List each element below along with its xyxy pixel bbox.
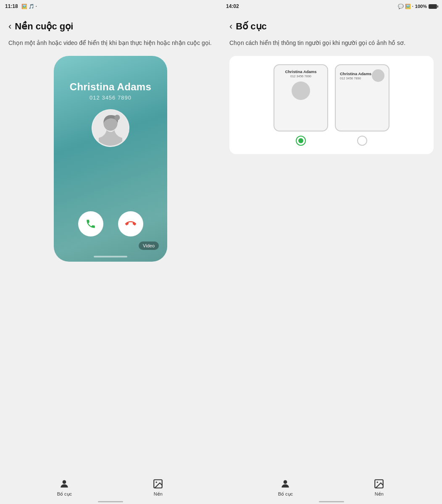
- svg-point-3: [63, 480, 66, 484]
- layout2-avatar: [372, 69, 384, 82]
- layout2-name: Christina Adams: [340, 71, 372, 76]
- right-time: 14:02: [226, 3, 239, 9]
- layout-options: Christina Adams 012 3456 7890 Christina …: [236, 64, 427, 146]
- left-bottom-nav: Bố cục Nền: [0, 470, 221, 504]
- right-nav-background[interactable]: Nền: [373, 478, 385, 497]
- right-status-icons: 💬 🖼️ · 100%: [398, 4, 437, 9]
- left-nav-underline: [98, 501, 123, 502]
- right-page-title: Bố cục: [236, 21, 266, 32]
- right-nav-layout[interactable]: Bố cục: [278, 478, 293, 497]
- home-bar: [94, 256, 127, 257]
- layout-icon: [58, 478, 70, 490]
- right-layout-icon: [279, 478, 291, 490]
- layout-option-2[interactable]: Christina Adams 012 3456 7890: [335, 64, 389, 146]
- right-status-bar: 14:02 💬 🖼️ · 100%: [221, 0, 442, 13]
- right-description: Chọn cách hiển thị thông tin người gọi k…: [229, 39, 434, 47]
- video-badge: Video: [139, 242, 159, 250]
- layout1-number: 012 3456 7890: [279, 74, 323, 78]
- layout2-radio[interactable]: [357, 136, 367, 146]
- right-nav-background-label: Nền: [375, 491, 384, 497]
- left-panel: ‹ Nền cuộc gọi Chọn một ảnh hoặc video đ…: [0, 13, 221, 470]
- right-nav-underline: [319, 501, 344, 502]
- layout1-preview: Christina Adams 012 3456 7890: [274, 64, 328, 131]
- right-nav-layout-label: Bố cục: [278, 491, 293, 497]
- right-panel: ‹ Bố cục Chọn cách hiển thị thông tin ng…: [221, 13, 442, 470]
- right-back-button[interactable]: ‹: [229, 21, 232, 32]
- decline-call-button[interactable]: [118, 211, 143, 236]
- call-buttons: [54, 211, 167, 236]
- layout1-name: Christina Adams: [279, 69, 323, 74]
- preview-caller-avatar: [92, 109, 129, 147]
- left-description: Chọn một ảnh hoặc video để hiển thị khi …: [8, 39, 213, 47]
- right-battery-icon: [429, 4, 437, 9]
- svg-point-2: [114, 115, 120, 120]
- svg-point-6: [284, 480, 287, 484]
- svg-point-5: [156, 481, 157, 483]
- left-nav-layout-label: Bố cục: [57, 491, 72, 497]
- layout-card: Christina Adams 012 3456 7890 Christina …: [229, 56, 434, 154]
- phone-frame: Christina Adams 012 3456 7890: [54, 56, 167, 262]
- layout-option-1[interactable]: Christina Adams 012 3456 7890: [274, 64, 328, 146]
- layout1-avatar: [292, 81, 310, 100]
- right-battery-text: 100%: [415, 4, 427, 9]
- left-time: 11:18: [5, 3, 18, 9]
- svg-point-8: [377, 481, 378, 483]
- preview-caller-number: 012 3456 7890: [89, 94, 132, 101]
- layout1-radio[interactable]: [296, 136, 306, 146]
- left-back-button[interactable]: ‹: [8, 21, 11, 32]
- layout2-number: 012 3456 7890: [340, 76, 372, 80]
- layout2-info-row: Christina Adams 012 3456 7890: [340, 69, 384, 82]
- left-nav-background[interactable]: Nền: [152, 478, 164, 497]
- preview-caller-name: Christina Adams: [70, 81, 151, 93]
- background-icon: [152, 478, 164, 490]
- bottom-nav: Bố cục Nền Bố cục: [0, 470, 442, 504]
- left-status-bar: 11:18 🖼️ 🎵 ·: [0, 0, 221, 13]
- left-nav-layout[interactable]: Bố cục: [57, 478, 72, 497]
- right-nav-header: ‹ Bố cục: [229, 21, 434, 32]
- phone-preview: Christina Adams 012 3456 7890: [8, 56, 213, 470]
- left-status-icons: 🖼️ 🎵 ·: [21, 4, 37, 9]
- right-background-icon: [373, 478, 385, 490]
- left-page-title: Nền cuộc gọi: [15, 21, 73, 32]
- right-bottom-nav: Bố cục Nền: [221, 470, 442, 504]
- left-nav-background-label: Nền: [154, 491, 163, 497]
- accept-call-button[interactable]: [78, 211, 103, 236]
- left-nav-header: ‹ Nền cuộc gọi: [8, 21, 213, 32]
- layout2-preview: Christina Adams 012 3456 7890: [335, 64, 389, 131]
- layout2-text: Christina Adams 012 3456 7890: [340, 71, 372, 80]
